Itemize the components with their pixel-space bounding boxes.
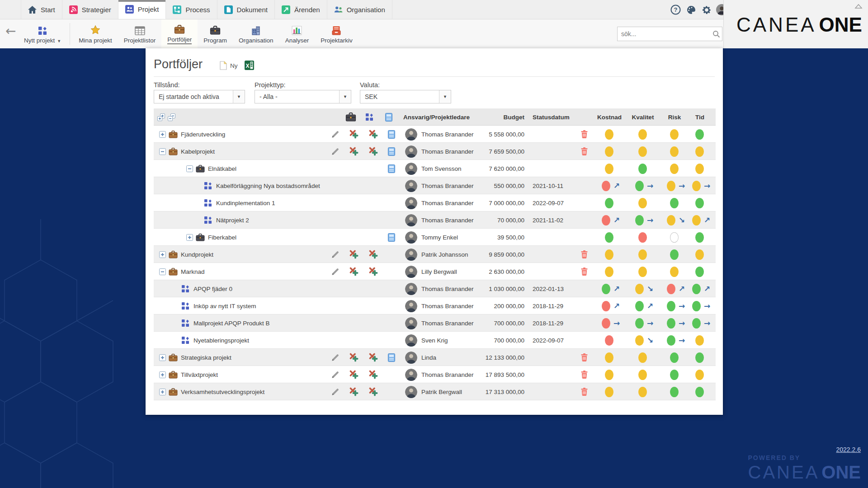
toolbar-label: Nytt projekt▼ [24,37,61,44]
status-dot [605,352,613,363]
new-portfolio-button[interactable]: Ny [220,61,238,70]
edit-icon[interactable] [331,267,340,276]
row-name: Fjäderutveckling [181,126,225,143]
status-dot [667,215,675,225]
expand-row-icon[interactable] [159,131,166,138]
add-program-icon[interactable] [349,147,359,156]
delete-icon[interactable] [581,267,588,276]
expand-row-icon[interactable] [159,371,166,378]
status-report-icon[interactable] [388,353,395,362]
tab-ärenden[interactable]: Ärenden [275,0,327,19]
collapse-row-icon[interactable] [159,148,166,155]
search-input[interactable] [618,30,710,38]
collapse-row-icon[interactable] [159,268,166,275]
status-report-icon[interactable] [388,130,395,139]
toolbar-nytt-projekt[interactable]: Nytt projekt▼ [18,19,67,48]
project-tab-icon [125,5,134,14]
expand-all-icon[interactable] [157,113,165,121]
toolbar-projektarkiv[interactable]: Projektarkiv [315,19,359,48]
delete-icon[interactable] [581,388,588,396]
chevron-down-icon[interactable]: ▼ [439,90,451,103]
theme-palette-icon[interactable] [685,4,697,15]
status-date: 2022-09-07 [533,332,564,349]
add-program-icon[interactable] [349,130,359,139]
edit-icon[interactable] [331,353,340,362]
add-project-icon[interactable] [368,130,378,139]
tab-dokument[interactable]: Dokument [217,0,275,19]
edit-icon[interactable] [331,130,340,139]
chevron-down-icon[interactable]: ▼ [339,90,351,103]
tab-projekt[interactable]: Projekt [118,0,166,19]
version-link[interactable]: 2022.2.6 [836,446,861,453]
tab-start[interactable]: Start [21,0,62,19]
status-report-icon[interactable] [388,233,395,242]
status-dot [602,301,610,311]
owner-avatar [405,283,417,295]
currency-filter-select[interactable]: SEK ▼ [360,90,451,103]
status-report-column-icon [385,113,392,122]
trend-arrow-down: ↘ [647,332,653,349]
add-program-icon[interactable] [349,353,359,362]
settings-gear-icon[interactable] [701,4,712,15]
status-dot [695,387,704,397]
status-dot [638,232,647,243]
expand-row-icon[interactable] [159,389,166,395]
tab-organisation[interactable]: Organisation [327,0,392,19]
tab-strategier[interactable]: Strategier [62,0,118,19]
delete-icon[interactable] [581,250,588,258]
owner-avatar [405,197,417,209]
row-name: APQP fjäder 0 [193,280,232,297]
type-filter-label: Projekttyp: [255,81,286,89]
edit-icon[interactable] [331,371,340,379]
add-project-icon[interactable] [368,147,378,156]
state-filter-select[interactable]: Ej startade och aktiva ▼ [154,90,245,103]
status-dot [602,181,610,191]
delete-icon[interactable] [581,353,588,361]
toolbar-organisation[interactable]: Organisation [233,19,279,48]
toolbar-analyser[interactable]: Analyser [279,19,315,48]
delete-icon[interactable] [581,130,588,138]
expand-row-icon[interactable] [159,251,166,258]
help-icon[interactable]: ? [670,4,681,15]
expand-row-icon[interactable] [159,354,166,361]
project-icon [182,302,189,310]
add-project-icon[interactable] [368,250,378,259]
add-program-icon[interactable] [349,267,359,276]
add-project-icon[interactable] [368,267,378,276]
add-project-icon[interactable] [368,387,378,396]
toolbar-portföljer[interactable]: Portföljer [161,19,198,48]
grid-icon [135,24,145,35]
status-dot [605,232,613,243]
edit-icon[interactable] [331,147,340,156]
tab-process[interactable]: Process [166,0,217,19]
status-dot [695,198,704,208]
add-program-icon[interactable] [349,370,359,379]
add-project-icon[interactable] [368,353,378,362]
status-report-icon[interactable] [388,164,395,173]
edit-icon[interactable] [331,388,340,396]
collapse-row-icon[interactable] [186,165,193,172]
toolbar-program[interactable]: Program [198,19,233,48]
owner-avatar [405,386,417,398]
search-icon[interactable] [710,30,722,38]
strategies-icon [69,5,78,14]
trend-arrow-right: → [679,177,685,194]
status-report-icon[interactable] [388,147,395,156]
chevron-down-icon[interactable]: ▼ [233,90,245,103]
collapse-all-icon[interactable] [168,113,176,121]
add-program-icon[interactable] [349,250,359,259]
collapse-panel-icon[interactable] [854,3,863,8]
delete-icon[interactable] [581,147,588,155]
toolbar-projektlistor[interactable]: Projektlistor [118,19,162,48]
toolbar-mina-projekt[interactable]: Mina projekt [73,19,118,48]
add-program-icon[interactable] [349,387,359,396]
delete-icon[interactable] [581,371,588,379]
type-filter-select[interactable]: - Alla - ▼ [255,90,351,103]
status-dot [605,249,613,260]
export-excel-icon[interactable]: X [245,61,254,72]
table-row: Kabelförläggning Nya bostadsområdetThoma… [154,177,716,194]
expand-row-icon[interactable] [186,234,193,241]
status-dot [638,198,647,208]
edit-icon[interactable] [331,250,340,259]
add-project-icon[interactable] [368,370,378,379]
